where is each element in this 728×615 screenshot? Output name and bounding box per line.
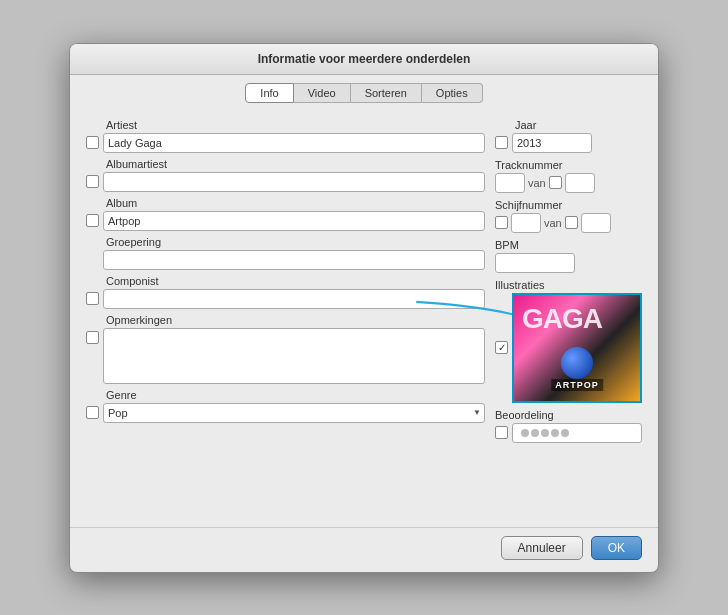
albumartiest-group: Albumartiest (86, 158, 485, 192)
genre-group: Genre Pop ▼ (86, 389, 485, 423)
beoordeling-group: Beoordeling (495, 409, 642, 443)
tracknummer-van-checkbox[interactable] (549, 176, 562, 189)
genre-select[interactable]: Pop (103, 403, 485, 423)
artiest-row (86, 133, 485, 153)
opmerkingen-input[interactable] (103, 328, 485, 384)
beoordeling-checkbox[interactable] (495, 426, 508, 439)
bpm-input[interactable] (495, 253, 575, 273)
artwork-area: GAGA ARTPOP (512, 293, 642, 403)
schijfnummer-input[interactable] (511, 213, 541, 233)
tracknummer-group: Tracknummer van (495, 159, 642, 193)
left-panel: Artiest Albumartiest Album (86, 119, 485, 443)
schijfnummer-row: van (495, 213, 642, 233)
tracknummer-label: Tracknummer (495, 159, 642, 171)
componist-group: Componist (86, 275, 485, 309)
artwork-text-gaga: GAGA (522, 303, 602, 335)
tab-bar: Info Video Sorteren Opties (70, 75, 658, 109)
window-title: Informatie voor meerdere onderdelen (258, 52, 471, 66)
bpm-label: BPM (495, 239, 642, 251)
genre-label: Genre (106, 389, 485, 401)
title-bar: Informatie voor meerdere onderdelen (70, 44, 658, 75)
albumartiest-input[interactable] (103, 172, 485, 192)
content-area: Artiest Albumartiest Album (70, 109, 658, 523)
schijfnummer-van-checkbox[interactable] (565, 216, 578, 229)
artwork-image: GAGA ARTPOP (514, 295, 640, 401)
illustraties-label: Illustraties (495, 279, 642, 291)
groepering-row (86, 250, 485, 270)
tracknummer-row: van (495, 173, 642, 193)
opmerkingen-group: Opmerkingen (86, 314, 485, 384)
artiest-label: Artiest (106, 119, 485, 131)
van-label-track: van (528, 177, 546, 189)
album-label: Album (106, 197, 485, 209)
groepering-input[interactable] (103, 250, 485, 270)
tab-info[interactable]: Info (245, 83, 293, 103)
illustraties-group: Illustraties GAGA ARTPOP (495, 279, 642, 403)
tracknummer-van-input[interactable] (565, 173, 595, 193)
illustrations-row: GAGA ARTPOP (495, 293, 642, 403)
tab-video[interactable]: Video (294, 83, 351, 103)
componist-input[interactable] (103, 289, 485, 309)
jaar-input[interactable] (512, 133, 592, 153)
groepering-label: Groepering (106, 236, 485, 248)
jaar-group: Jaar (495, 119, 642, 153)
artwork-ball (561, 347, 593, 379)
artiest-checkbox[interactable] (86, 136, 99, 149)
jaar-checkbox[interactable] (495, 136, 508, 149)
album-checkbox[interactable] (86, 214, 99, 227)
bottom-buttons: Annuleer OK (70, 527, 658, 572)
tab-opties[interactable]: Opties (422, 83, 483, 103)
tracknummer-input[interactable] (495, 173, 525, 193)
opmerkingen-checkbox[interactable] (86, 331, 99, 344)
ok-button[interactable]: OK (591, 536, 642, 560)
artwork-text-artpop: ARTPOP (551, 379, 603, 391)
albumartiest-checkbox[interactable] (86, 175, 99, 188)
album-row (86, 211, 485, 231)
jaar-row (495, 133, 642, 153)
opmerkingen-label: Opmerkingen (106, 314, 485, 326)
illustraties-checkbox[interactable] (495, 341, 508, 354)
schijfnummer-checkbox[interactable] (495, 216, 508, 229)
genre-checkbox[interactable] (86, 406, 99, 419)
rating-display[interactable] (512, 423, 642, 443)
componist-label: Componist (106, 275, 485, 287)
artiest-group: Artiest (86, 119, 485, 153)
opmerkingen-row (86, 328, 485, 384)
jaar-label: Jaar (515, 119, 642, 131)
dot-3 (541, 429, 549, 437)
albumartiest-row (86, 172, 485, 192)
genre-row: Pop ▼ (86, 403, 485, 423)
schijfnummer-label: Schijfnummer (495, 199, 642, 211)
genre-select-wrapper: Pop ▼ (103, 403, 485, 423)
tab-sorteren[interactable]: Sorteren (351, 83, 422, 103)
dot-2 (531, 429, 539, 437)
groepering-group: Groepering (86, 236, 485, 270)
dialog-window: Informatie voor meerdere onderdelen Info… (69, 43, 659, 573)
bpm-group: BPM (495, 239, 642, 273)
cancel-button[interactable]: Annuleer (501, 536, 583, 560)
bpm-row (495, 253, 642, 273)
artiest-input[interactable] (103, 133, 485, 153)
albumartiest-label: Albumartiest (106, 158, 485, 170)
schijfnummer-group: Schijfnummer van (495, 199, 642, 233)
album-input[interactable] (103, 211, 485, 231)
beoordeling-row (495, 423, 642, 443)
rating-dots (517, 427, 573, 439)
main-layout: Artiest Albumartiest Album (86, 119, 642, 443)
album-group: Album (86, 197, 485, 231)
dot-1 (521, 429, 529, 437)
componist-row (86, 289, 485, 309)
componist-checkbox[interactable] (86, 292, 99, 305)
beoordeling-label: Beoordeling (495, 409, 642, 421)
schijfnummer-van-input[interactable] (581, 213, 611, 233)
right-panel: Jaar Tracknummer van (495, 119, 642, 443)
dot-5 (561, 429, 569, 437)
dot-4 (551, 429, 559, 437)
van-label-schijf: van (544, 217, 562, 229)
